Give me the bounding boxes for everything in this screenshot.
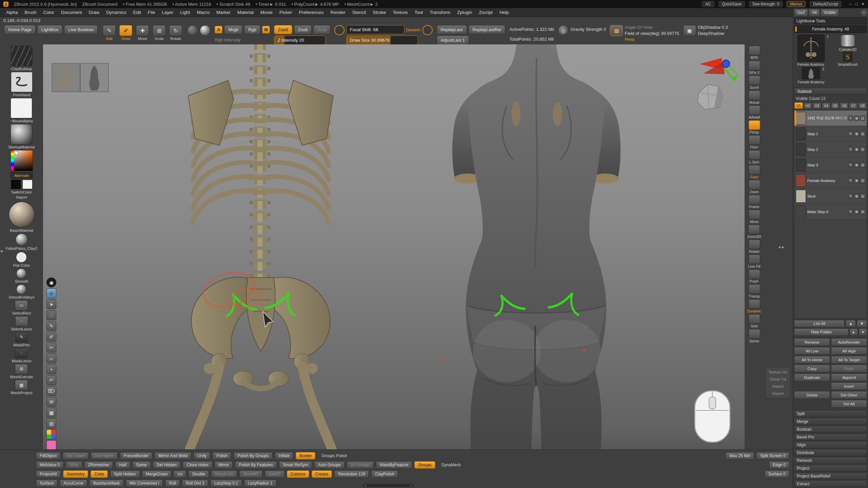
subtool-action-button[interactable]: Copy <box>794 365 830 372</box>
zcut-button[interactable]: Zcut <box>313 25 330 34</box>
bottom-shelf-button[interactable]: Del Lower <box>63 452 88 460</box>
menu-item[interactable]: Picker <box>276 10 296 15</box>
bottom-shelf-button[interactable]: Morph UV <box>211 470 237 478</box>
menu-item[interactable]: Stroke <box>369 10 389 15</box>
focal-shift-slider[interactable]: Focal Shift -56 <box>346 25 405 34</box>
main-color-swatch[interactable] <box>11 180 21 189</box>
menu-item[interactable]: Render <box>327 10 349 15</box>
lightbox-tools-bar[interactable]: Lightbox►Tools <box>794 17 867 24</box>
subtool-brush-icon[interactable]: ✎ <box>848 209 853 214</box>
right-shelf-button[interactable]: Scroll <box>749 76 760 89</box>
bottom-shelf-button[interactable]: MaskByFeature <box>376 461 412 469</box>
bottom-shelf-button[interactable]: Max 25 Min <box>726 452 754 460</box>
move-up-button[interactable]: ▲ <box>846 320 856 327</box>
spotlight-pin-icon[interactable]: ◉ <box>46 278 56 287</box>
right-shelf-button[interactable]: Zoom3D <box>747 225 761 239</box>
default-zscript-button[interactable]: DefaultZscript <box>810 1 842 7</box>
rgb-intensity-slider[interactable]: Rgb Intensity <box>215 36 270 44</box>
menu-item[interactable]: Transform <box>426 10 454 15</box>
rgb-button[interactable]: Rgb <box>244 25 260 34</box>
visible-button[interactable]: Visible <box>821 9 839 16</box>
subtool-action-button[interactable]: Append <box>831 373 867 381</box>
bottom-shelf-button[interactable]: Smart ReSym <box>279 461 312 469</box>
version-tab[interactable]: V4 <box>822 102 830 109</box>
right-shelf-button[interactable]: Rotate <box>749 240 760 253</box>
subtool-eye-icon[interactable]: ◉ <box>854 209 859 214</box>
menu-item[interactable]: File <box>144 10 159 15</box>
left-divider-icon[interactable]: ◀ <box>0 249 3 253</box>
bottom-shelf-button[interactable]: Colorize <box>287 470 309 478</box>
undo-icon[interactable]: ↶ <box>46 375 56 385</box>
bottom-shelf-button[interactable]: StoreMT <box>239 470 262 478</box>
material-flatcolor[interactable]: Flat Color <box>13 252 30 267</box>
tool-section-row[interactable]: Project <box>794 465 867 472</box>
bottom-shelf-button[interactable]: SDiv <box>66 461 82 469</box>
brush-selectlasso[interactable]: ◌ SelectLasso <box>11 316 32 331</box>
subtool-row[interactable]: Step 3 ✎ ◉ ▤ <box>794 157 867 173</box>
cylinder3d-thumb[interactable] <box>840 35 855 47</box>
deep-shadow-slider[interactable]: DeepShadow <box>698 31 728 36</box>
subtool-row[interactable]: Step 2 ✎ ◉ ▤ <box>794 142 867 157</box>
subtool-action-button[interactable]: All Low <box>794 347 830 355</box>
tool-section-row[interactable]: Boolean <box>794 426 867 433</box>
tool-thumb-secondary[interactable]: 7 <box>802 67 820 79</box>
menu-item[interactable]: Zplugin <box>454 10 475 15</box>
mrgb-button[interactable]: Mrgb <box>224 25 242 34</box>
secondary-color-swatch[interactable] <box>22 180 33 189</box>
close-icon[interactable]: ✕ <box>861 2 865 6</box>
edit-mode-button[interactable]: ✎ Edit <box>102 25 117 41</box>
subtool-row[interactable]: Skull ✎ ◉ ▤ <box>794 188 867 204</box>
persp-toggle[interactable]: Persp <box>625 37 679 41</box>
menu-item[interactable]: Preferences <box>296 10 327 15</box>
alpha-brushalpha[interactable]: ~BrushAlpha <box>10 98 33 123</box>
bottom-shelf-button[interactable]: Split Hidden <box>110 470 140 478</box>
tool-select-slider[interactable]: Female Anatomy. 48 <box>794 25 867 33</box>
subtool-folder-icon[interactable]: ▤ <box>860 131 865 136</box>
menu-item[interactable]: Color <box>40 10 58 15</box>
menu-item[interactable]: Marker <box>213 10 234 15</box>
subtool-row[interactable]: Make Step 0 ✎ ◉ ▤ <box>794 204 867 220</box>
brush-masklasso[interactable]: ◌ MaskLasso <box>12 348 31 363</box>
subtool-action-button[interactable]: Del All <box>831 400 867 408</box>
pink-swatch-icon[interactable] <box>46 440 56 449</box>
subtool-folder-icon[interactable]: ▤ <box>860 209 865 214</box>
tool-section-row[interactable]: Align <box>794 441 867 448</box>
tool-section-row[interactable]: Split <box>794 410 867 417</box>
menu-item[interactable]: Light <box>177 10 193 15</box>
bottom-shelf-button[interactable]: Resolution 128 <box>334 470 369 478</box>
right-shelf-button[interactable]: Line Fill <box>748 255 760 268</box>
version-tab[interactable]: V7 <box>849 102 857 109</box>
current-material-sphere[interactable] <box>9 202 35 227</box>
shadow-icon[interactable]: ▣ <box>683 25 696 36</box>
bottom-shelf-button[interactable]: ProjectAll <box>36 470 61 478</box>
note-icon[interactable]: ✉ <box>46 397 56 407</box>
menu-item[interactable]: Help <box>496 10 512 15</box>
import-texture-button[interactable]: Import <box>767 384 789 388</box>
move-mode-button[interactable]: ✚ Move <box>135 25 150 41</box>
right-shelf-button[interactable]: Actual <box>749 90 760 104</box>
subtool-row[interactable]: 14번 여성 3단계 바디 각상 - [전완] ✎ ◉ ▤ <box>794 110 867 126</box>
cursor-icon[interactable]: ➤ <box>46 299 56 309</box>
clone-txt-button[interactable]: Clone Txt <box>767 377 789 381</box>
subtool-eye-icon[interactable]: ◉ <box>854 131 859 136</box>
axis-gizmo[interactable] <box>699 58 739 82</box>
tool-section-row[interactable]: Remesh <box>794 457 867 464</box>
swatches-icon[interactable] <box>46 429 56 439</box>
subtool-action-button[interactable]: AutoReorder <box>831 338 867 346</box>
menu-item[interactable]: Dynamics <box>103 10 130 15</box>
scroll-left-icon[interactable]: ◄ <box>364 484 367 487</box>
pen-icon[interactable]: ✎ <box>46 321 56 331</box>
alpha-preview-icon[interactable] <box>200 25 211 36</box>
alternate-button[interactable]: Alternate <box>11 172 33 179</box>
subtool-action-button[interactable]: All To Target <box>831 356 867 364</box>
stroke-freehand[interactable]: FreeHand <box>11 72 33 97</box>
grid-icon[interactable]: ▦ <box>46 408 56 418</box>
version-tab[interactable]: V8 <box>858 102 867 109</box>
right-shelf-button[interactable]: Solo <box>749 314 760 328</box>
eye-icon[interactable]: ⊙ <box>46 288 56 298</box>
bottom-shelf-button[interactable]: AccuCurve <box>60 480 87 487</box>
folder-down-button[interactable]: ▾ <box>859 328 867 336</box>
menu-item[interactable]: Material <box>234 10 257 15</box>
see-through-slider[interactable]: See-through: 0 <box>749 1 783 7</box>
bottom-shelf-button[interactable]: Half <box>115 461 130 469</box>
